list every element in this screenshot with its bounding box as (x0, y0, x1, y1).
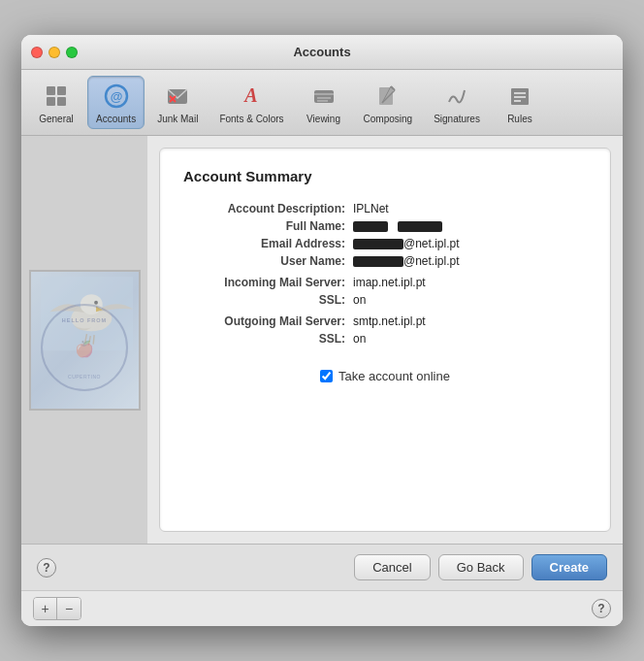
viewing-label: Viewing (306, 114, 340, 124)
user-name-label: User Name: (183, 254, 353, 268)
incoming-server-label: Incoming Mail Server: (183, 276, 353, 289)
outgoing-ssl-label: SSL: (183, 332, 353, 346)
outgoing-server-value: smtp.net.ipl.pt (353, 314, 587, 328)
svg-rect-0 (47, 86, 55, 95)
full-name-row: Full Name: (183, 219, 587, 233)
rules-label: Rules (507, 114, 532, 124)
toolbar-item-composing[interactable]: Composing (355, 76, 422, 129)
svg-point-25 (94, 300, 98, 304)
take-online-row: Take account online (183, 369, 587, 383)
account-description-value: IPLNet (353, 202, 587, 215)
incoming-server-value: imap.net.ipl.pt (353, 276, 587, 289)
panel-title: Account Summary (183, 168, 587, 184)
svg-text:@: @ (110, 89, 122, 104)
svg-rect-1 (57, 86, 66, 95)
svg-text:A: A (243, 84, 258, 106)
signatures-label: Signatures (434, 114, 480, 124)
incoming-ssl-row: SSL: on (183, 293, 587, 307)
content-area: HELLO FROM 🍎 CUPERTINO Account Summary A… (21, 136, 623, 544)
add-account-button[interactable]: + (34, 598, 57, 619)
viewing-icon (308, 81, 339, 112)
summary-table: Account Description: IPLNet Full Name: E… (183, 202, 587, 346)
fonts-colors-label: Fonts & Colors (219, 114, 283, 124)
remove-account-button[interactable]: − (57, 598, 80, 619)
incoming-ssl-label: SSL: (183, 293, 353, 307)
general-icon (41, 81, 72, 112)
redacted-lastname (398, 221, 442, 232)
zoom-button[interactable] (66, 47, 78, 58)
lower-help-button[interactable]: ? (592, 599, 611, 618)
cancel-button[interactable]: Cancel (354, 554, 430, 580)
minimize-button[interactable] (48, 47, 60, 58)
toolbar: General @ Accounts Junk Mail (21, 70, 623, 136)
toolbar-item-general[interactable]: General (29, 76, 83, 129)
title-bar: Accounts (21, 35, 623, 70)
go-back-button[interactable]: Go Back (438, 554, 524, 580)
general-label: General (39, 114, 74, 124)
toolbar-item-rules[interactable]: Rules (493, 76, 547, 129)
junk-mail-label: Junk Mail (157, 114, 198, 124)
outgoing-server-row: Outgoing Mail Server: smtp.net.ipl.pt (183, 314, 587, 328)
composing-label: Composing (364, 114, 413, 124)
bottom-bar: ? Cancel Go Back Create (21, 544, 623, 590)
incoming-server-row: Incoming Mail Server: imap.net.ipl.pt (183, 276, 587, 289)
email-address-row: Email Address: @net.ipl.pt (183, 237, 587, 250)
lower-help-area: ? (592, 599, 611, 618)
composing-icon (372, 81, 403, 112)
outgoing-ssl-value: on (353, 332, 587, 346)
rules-icon (504, 81, 535, 112)
full-name-value (353, 219, 587, 233)
bottom-right: Cancel Go Back Create (354, 554, 607, 580)
accounts-window: Accounts General @ Accou (21, 35, 623, 626)
bottom-left: ? (37, 558, 56, 578)
toolbar-item-accounts[interactable]: @ Accounts (87, 76, 145, 129)
close-button[interactable] (31, 47, 43, 58)
email-address-label: Email Address: (183, 237, 353, 250)
fonts-colors-icon: A (236, 81, 267, 112)
window-title: Accounts (293, 45, 350, 59)
redacted-email-user (353, 239, 403, 249)
account-summary-panel: Account Summary Account Description: IPL… (159, 148, 611, 532)
accounts-icon: @ (101, 81, 132, 112)
redacted-username (353, 256, 403, 267)
account-description-label: Account Description: (183, 202, 353, 215)
svg-rect-2 (47, 97, 55, 106)
accounts-label: Accounts (96, 114, 136, 124)
junk-mail-icon (162, 81, 193, 112)
incoming-ssl-value: on (353, 293, 587, 307)
account-description-row: Account Description: IPLNet (183, 202, 587, 215)
user-name-value: @net.ipl.pt (353, 254, 587, 268)
user-name-row: User Name: @net.ipl.pt (183, 254, 587, 268)
toolbar-item-viewing[interactable]: Viewing (297, 76, 351, 129)
full-name-label: Full Name: (183, 219, 353, 233)
signatures-icon (441, 81, 472, 112)
toolbar-item-signatures[interactable]: Signatures (425, 76, 489, 129)
lower-bar: + − ? (21, 590, 623, 626)
help-button[interactable]: ? (37, 558, 56, 578)
traffic-lights (31, 47, 78, 58)
svg-rect-3 (57, 97, 66, 106)
sidebar: HELLO FROM 🍎 CUPERTINO (21, 136, 147, 544)
stamp-decoration: HELLO FROM 🍎 CUPERTINO (21, 136, 147, 544)
take-online-label: Take account online (338, 369, 450, 383)
email-address-value: @net.ipl.pt (353, 237, 587, 250)
toolbar-item-fonts-colors[interactable]: A Fonts & Colors (210, 76, 292, 129)
outgoing-ssl-row: SSL: on (183, 332, 587, 346)
add-remove-buttons: + − (33, 597, 81, 620)
create-button[interactable]: Create (531, 554, 607, 580)
toolbar-item-junk-mail[interactable]: Junk Mail (148, 76, 207, 129)
take-online-checkbox[interactable] (320, 370, 333, 382)
redacted-firstname (353, 221, 388, 232)
outgoing-server-label: Outgoing Mail Server: (183, 314, 353, 328)
